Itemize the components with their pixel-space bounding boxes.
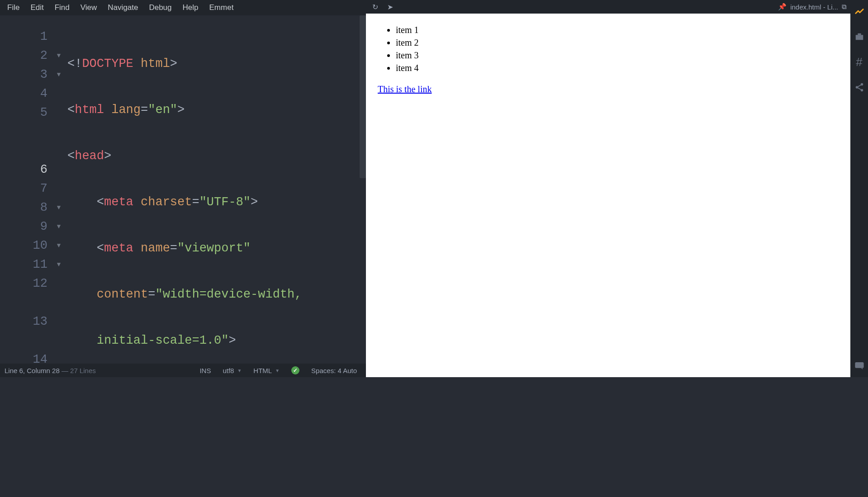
share-icon[interactable] [851,79,868,96]
status-encoding[interactable]: utf8▼ [218,367,246,374]
statusbar: Line 6, Column 28 — 27 Lines INS utf8▼ H… [0,364,366,377]
quote-icon[interactable] [851,357,868,374]
editor[interactable]: 12▼3▼45678▼9▼10▼11▼121314 <!DOCTYPE html… [0,15,366,364]
gutter: 12▼3▼45678▼9▼10▼11▼121314 [0,15,66,364]
menu-find[interactable]: Find [49,1,75,14]
hash-icon[interactable]: # [851,53,868,71]
svg-rect-5 [855,362,863,368]
preview-toolbar: ↻ ➤ 📌 index.html - Li... ⧉ [366,0,850,14]
list-item: item 4 [396,62,839,74]
menu-file[interactable]: File [2,1,25,14]
open-external-icon[interactable]: ⧉ [842,3,847,11]
status-insert-mode[interactable]: INS [195,367,215,374]
live-preview-icon[interactable] [851,3,868,20]
menu-help[interactable]: Help [177,1,204,14]
check-icon: ✓ [291,366,299,374]
menu-view[interactable]: View [75,1,103,14]
live-preview-pane: ↻ ➤ 📌 index.html - Li... ⧉ item 1 item 2… [366,0,850,377]
status-indentation[interactable]: Spaces: 4 Auto [307,367,361,374]
status-language[interactable]: HTML▼ [249,367,284,374]
list-item: item 1 [396,24,839,36]
menu-debug[interactable]: Debug [143,1,177,14]
extensions-briefcase-icon[interactable] [851,28,868,45]
fold-icon[interactable]: ▼ [52,65,66,84]
fold-icon[interactable]: ▼ [52,46,66,65]
preview-list: item 1 item 2 item 3 item 4 [378,24,839,74]
status-cursor[interactable]: Line 6, Column 28 — 27 Lines [5,367,192,374]
editor-scrollbar[interactable] [360,15,366,178]
preview-link[interactable]: This is the link [378,84,432,94]
cursor-arrow-icon[interactable]: ➤ [384,3,396,11]
preview-body: item 1 item 2 item 3 item 4 This is the … [366,14,850,377]
fold-icon[interactable]: ▼ [52,198,66,217]
right-sidebar: # [850,0,868,377]
svg-point-4 [860,89,863,92]
svg-rect-1 [858,33,861,35]
reload-icon[interactable]: ↻ [370,3,381,11]
list-item: item 2 [396,36,839,49]
svg-marker-6 [861,368,863,369]
svg-rect-0 [855,35,863,40]
pin-icon[interactable]: 📌 [778,3,787,11]
menu-edit[interactable]: Edit [25,1,49,14]
menubar: File Edit Find View Navigate Debug Help … [0,0,366,15]
menu-navigate[interactable]: Navigate [102,1,143,14]
svg-point-2 [860,83,863,86]
list-item: item 3 [396,49,839,62]
fold-icon[interactable]: ▼ [52,236,66,255]
code-area[interactable]: <!DOCTYPE html> <html lang="en"> <head> … [66,15,366,364]
preview-tab-label: index.html - Li... [790,3,838,11]
editor-pane: File Edit Find View Navigate Debug Help … [0,0,366,377]
svg-point-3 [855,86,858,89]
fold-icon[interactable]: ▼ [52,255,66,274]
status-lint-ok[interactable]: ✓ [287,366,304,374]
menu-emmet[interactable]: Emmet [204,1,239,14]
fold-icon[interactable]: ▼ [52,217,66,236]
